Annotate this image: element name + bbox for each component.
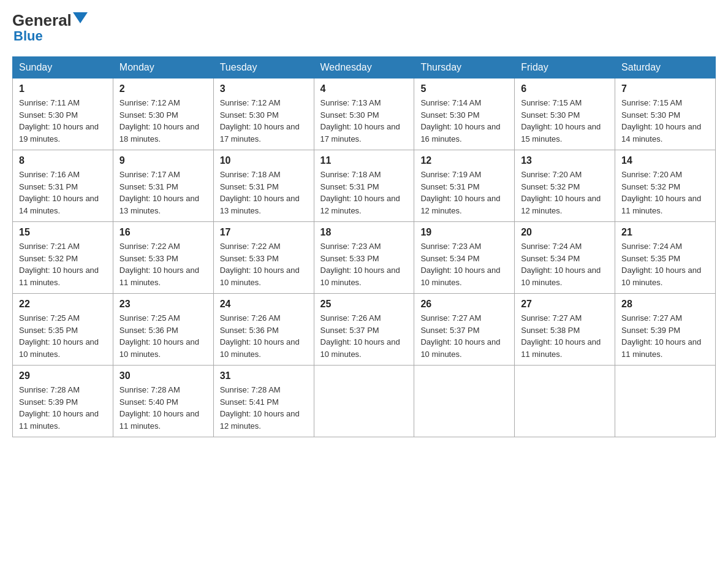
calendar-cell: 9Sunrise: 7:17 AMSunset: 5:31 PMDaylight… bbox=[113, 150, 213, 222]
calendar-cell: 28Sunrise: 7:27 AMSunset: 5:39 PMDayligh… bbox=[615, 294, 716, 366]
day-number: 20 bbox=[521, 227, 609, 238]
page-header: General Blue bbox=[12, 12, 716, 44]
day-info: Sunrise: 7:19 AMSunset: 5:31 PMDaylight:… bbox=[420, 169, 508, 216]
column-header-friday: Friday bbox=[515, 57, 615, 79]
calendar-cell: 3Sunrise: 7:12 AMSunset: 5:30 PMDaylight… bbox=[213, 79, 314, 150]
day-info: Sunrise: 7:26 AMSunset: 5:36 PMDaylight:… bbox=[220, 312, 308, 360]
calendar-cell: 5Sunrise: 7:14 AMSunset: 5:30 PMDaylight… bbox=[414, 79, 515, 150]
day-info: Sunrise: 7:24 AMSunset: 5:34 PMDaylight:… bbox=[521, 240, 609, 288]
day-number: 27 bbox=[521, 299, 609, 310]
calendar-cell: 19Sunrise: 7:23 AMSunset: 5:34 PMDayligh… bbox=[414, 222, 515, 294]
logo-general: General bbox=[12, 12, 72, 28]
day-number: 3 bbox=[220, 83, 308, 94]
day-info: Sunrise: 7:18 AMSunset: 5:31 PMDaylight:… bbox=[220, 169, 308, 216]
day-info: Sunrise: 7:27 AMSunset: 5:37 PMDaylight:… bbox=[420, 312, 508, 360]
logo: General Blue bbox=[12, 12, 88, 44]
calendar-week-row: 8Sunrise: 7:16 AMSunset: 5:31 PMDaylight… bbox=[13, 150, 716, 222]
logo-blue: Blue bbox=[13, 28, 43, 44]
day-number: 22 bbox=[19, 299, 107, 310]
day-info: Sunrise: 7:28 AMSunset: 5:40 PMDaylight:… bbox=[119, 384, 207, 432]
calendar-cell: 2Sunrise: 7:12 AMSunset: 5:30 PMDaylight… bbox=[113, 79, 213, 150]
day-info: Sunrise: 7:20 AMSunset: 5:32 PMDaylight:… bbox=[621, 169, 709, 216]
day-info: Sunrise: 7:22 AMSunset: 5:33 PMDaylight:… bbox=[119, 240, 207, 288]
day-info: Sunrise: 7:15 AMSunset: 5:30 PMDaylight:… bbox=[521, 97, 609, 145]
calendar-cell: 24Sunrise: 7:26 AMSunset: 5:36 PMDayligh… bbox=[213, 294, 314, 366]
calendar-cell bbox=[414, 366, 515, 437]
day-number: 18 bbox=[320, 227, 408, 238]
day-number: 15 bbox=[19, 227, 107, 238]
day-number: 4 bbox=[320, 83, 408, 94]
calendar-cell: 30Sunrise: 7:28 AMSunset: 5:40 PMDayligh… bbox=[113, 366, 213, 437]
day-info: Sunrise: 7:23 AMSunset: 5:34 PMDaylight:… bbox=[420, 240, 508, 288]
day-number: 31 bbox=[220, 370, 308, 381]
day-info: Sunrise: 7:20 AMSunset: 5:32 PMDaylight:… bbox=[521, 169, 609, 216]
calendar-week-row: 15Sunrise: 7:21 AMSunset: 5:32 PMDayligh… bbox=[13, 222, 716, 294]
day-info: Sunrise: 7:12 AMSunset: 5:30 PMDaylight:… bbox=[220, 97, 308, 145]
calendar-cell: 21Sunrise: 7:24 AMSunset: 5:35 PMDayligh… bbox=[615, 222, 716, 294]
day-info: Sunrise: 7:11 AMSunset: 5:30 PMDaylight:… bbox=[19, 97, 107, 145]
day-number: 14 bbox=[621, 155, 709, 166]
day-info: Sunrise: 7:17 AMSunset: 5:31 PMDaylight:… bbox=[119, 169, 207, 216]
column-header-sunday: Sunday bbox=[13, 57, 113, 79]
calendar-week-row: 29Sunrise: 7:28 AMSunset: 5:39 PMDayligh… bbox=[13, 366, 716, 437]
day-number: 2 bbox=[119, 83, 207, 94]
day-info: Sunrise: 7:28 AMSunset: 5:41 PMDaylight:… bbox=[220, 384, 308, 432]
day-number: 13 bbox=[521, 155, 609, 166]
calendar-cell: 17Sunrise: 7:22 AMSunset: 5:33 PMDayligh… bbox=[213, 222, 314, 294]
calendar-cell: 7Sunrise: 7:15 AMSunset: 5:30 PMDaylight… bbox=[615, 79, 716, 150]
column-header-wednesday: Wednesday bbox=[314, 57, 414, 79]
calendar-cell: 11Sunrise: 7:18 AMSunset: 5:31 PMDayligh… bbox=[314, 150, 414, 222]
day-info: Sunrise: 7:22 AMSunset: 5:33 PMDaylight:… bbox=[220, 240, 308, 288]
logo-triangle-icon bbox=[73, 12, 88, 23]
day-number: 30 bbox=[119, 370, 207, 381]
day-number: 12 bbox=[420, 155, 508, 166]
day-info: Sunrise: 7:13 AMSunset: 5:30 PMDaylight:… bbox=[320, 97, 408, 145]
day-number: 26 bbox=[420, 299, 508, 310]
calendar-cell: 6Sunrise: 7:15 AMSunset: 5:30 PMDaylight… bbox=[515, 79, 615, 150]
calendar-cell: 12Sunrise: 7:19 AMSunset: 5:31 PMDayligh… bbox=[414, 150, 515, 222]
day-info: Sunrise: 7:25 AMSunset: 5:36 PMDaylight:… bbox=[119, 312, 207, 360]
day-number: 25 bbox=[320, 299, 408, 310]
day-number: 9 bbox=[119, 155, 207, 166]
day-number: 29 bbox=[19, 370, 107, 381]
day-number: 11 bbox=[320, 155, 408, 166]
calendar-cell bbox=[615, 366, 716, 437]
calendar-cell: 29Sunrise: 7:28 AMSunset: 5:39 PMDayligh… bbox=[13, 366, 113, 437]
day-number: 28 bbox=[621, 299, 709, 310]
day-number: 23 bbox=[119, 299, 207, 310]
day-info: Sunrise: 7:18 AMSunset: 5:31 PMDaylight:… bbox=[320, 169, 408, 216]
calendar-cell: 31Sunrise: 7:28 AMSunset: 5:41 PMDayligh… bbox=[213, 366, 314, 437]
day-info: Sunrise: 7:28 AMSunset: 5:39 PMDaylight:… bbox=[19, 384, 107, 432]
calendar-cell: 18Sunrise: 7:23 AMSunset: 5:33 PMDayligh… bbox=[314, 222, 414, 294]
day-number: 21 bbox=[621, 227, 709, 238]
day-info: Sunrise: 7:27 AMSunset: 5:39 PMDaylight:… bbox=[621, 312, 709, 360]
calendar-cell: 1Sunrise: 7:11 AMSunset: 5:30 PMDaylight… bbox=[13, 79, 113, 150]
day-number: 1 bbox=[19, 83, 107, 94]
calendar-cell: 22Sunrise: 7:25 AMSunset: 5:35 PMDayligh… bbox=[13, 294, 113, 366]
day-info: Sunrise: 7:15 AMSunset: 5:30 PMDaylight:… bbox=[621, 97, 709, 145]
day-number: 6 bbox=[521, 83, 609, 94]
day-number: 7 bbox=[621, 83, 709, 94]
calendar-week-row: 22Sunrise: 7:25 AMSunset: 5:35 PMDayligh… bbox=[13, 294, 716, 366]
day-number: 24 bbox=[220, 299, 308, 310]
column-header-tuesday: Tuesday bbox=[213, 57, 314, 79]
day-number: 10 bbox=[220, 155, 308, 166]
day-info: Sunrise: 7:12 AMSunset: 5:30 PMDaylight:… bbox=[119, 97, 207, 145]
day-number: 17 bbox=[220, 227, 308, 238]
calendar-table: SundayMondayTuesdayWednesdayThursdayFrid… bbox=[12, 56, 716, 437]
day-number: 5 bbox=[420, 83, 508, 94]
calendar-cell: 14Sunrise: 7:20 AMSunset: 5:32 PMDayligh… bbox=[615, 150, 716, 222]
calendar-cell: 23Sunrise: 7:25 AMSunset: 5:36 PMDayligh… bbox=[113, 294, 213, 366]
day-info: Sunrise: 7:24 AMSunset: 5:35 PMDaylight:… bbox=[621, 240, 709, 288]
day-info: Sunrise: 7:23 AMSunset: 5:33 PMDaylight:… bbox=[320, 240, 408, 288]
day-number: 19 bbox=[420, 227, 508, 238]
calendar-cell: 8Sunrise: 7:16 AMSunset: 5:31 PMDaylight… bbox=[13, 150, 113, 222]
calendar-cell: 20Sunrise: 7:24 AMSunset: 5:34 PMDayligh… bbox=[515, 222, 615, 294]
day-info: Sunrise: 7:25 AMSunset: 5:35 PMDaylight:… bbox=[19, 312, 107, 360]
column-header-thursday: Thursday bbox=[414, 57, 515, 79]
calendar-week-row: 1Sunrise: 7:11 AMSunset: 5:30 PMDaylight… bbox=[13, 79, 716, 150]
calendar-cell bbox=[515, 366, 615, 437]
calendar-cell: 26Sunrise: 7:27 AMSunset: 5:37 PMDayligh… bbox=[414, 294, 515, 366]
column-header-monday: Monday bbox=[113, 57, 213, 79]
day-info: Sunrise: 7:16 AMSunset: 5:31 PMDaylight:… bbox=[19, 169, 107, 216]
